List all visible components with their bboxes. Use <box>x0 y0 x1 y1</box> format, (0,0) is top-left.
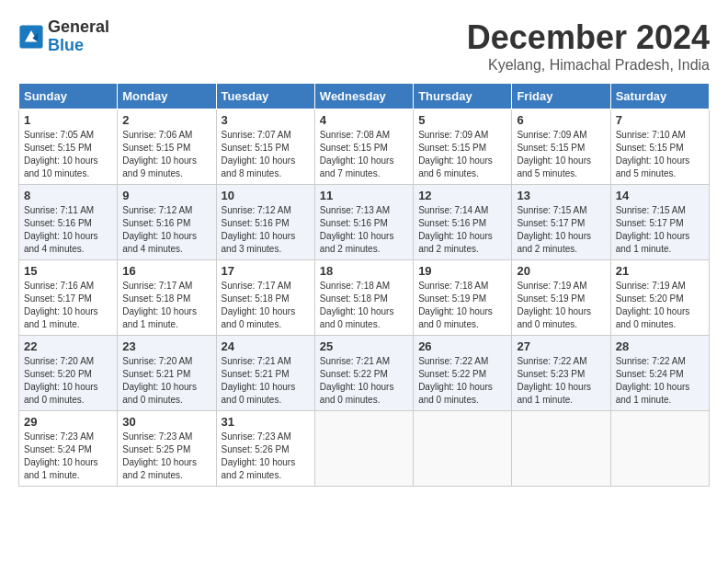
day-info: Sunrise: 7:17 AM Sunset: 5:18 PM Dayligh… <box>222 280 310 331</box>
day-cell: 17 Sunrise: 7:17 AM Sunset: 5:18 PM Dayl… <box>216 260 314 336</box>
day-cell: 5 Sunrise: 7:09 AM Sunset: 5:15 PM Dayli… <box>414 109 512 185</box>
day-number: 10 <box>222 189 310 202</box>
day-number: 28 <box>616 339 704 353</box>
day-cell: 12 Sunrise: 7:14 AM Sunset: 5:16 PM Dayl… <box>414 185 512 260</box>
day-cell: 8 Sunrise: 7:11 AM Sunset: 5:16 PM Dayli… <box>19 185 118 260</box>
calendar-table: Sunday Monday Tuesday Wednesday Thursday… <box>18 83 710 487</box>
day-cell: 22 Sunrise: 7:20 AM Sunset: 5:20 PM Dayl… <box>19 336 118 411</box>
day-cell: 23 Sunrise: 7:20 AM Sunset: 5:21 PM Dayl… <box>118 336 216 411</box>
day-cell: 26 Sunrise: 7:22 AM Sunset: 5:22 PM Dayl… <box>414 336 512 411</box>
week-row-1: 1 Sunrise: 7:05 AM Sunset: 5:15 PM Dayli… <box>19 109 710 185</box>
day-info: Sunrise: 7:08 AM Sunset: 5:15 PM Dayligh… <box>320 129 408 180</box>
day-number: 23 <box>122 339 210 353</box>
day-cell: 27 Sunrise: 7:22 AM Sunset: 5:23 PM Dayl… <box>512 336 610 411</box>
week-row-2: 8 Sunrise: 7:11 AM Sunset: 5:16 PM Dayli… <box>19 185 710 260</box>
day-number: 22 <box>24 339 112 353</box>
day-number: 7 <box>616 113 704 127</box>
day-number: 6 <box>517 113 605 127</box>
day-info: Sunrise: 7:19 AM Sunset: 5:19 PM Dayligh… <box>517 280 605 331</box>
day-info: Sunrise: 7:06 AM Sunset: 5:15 PM Dayligh… <box>122 129 210 180</box>
day-number: 27 <box>517 339 605 353</box>
day-info: Sunrise: 7:22 AM Sunset: 5:23 PM Dayligh… <box>517 355 605 407</box>
day-cell: 2 Sunrise: 7:06 AM Sunset: 5:15 PM Dayli… <box>118 109 216 185</box>
day-info: Sunrise: 7:23 AM Sunset: 5:24 PM Dayligh… <box>24 431 112 482</box>
day-number: 3 <box>222 113 310 127</box>
day-cell: 4 Sunrise: 7:08 AM Sunset: 5:15 PM Dayli… <box>314 109 413 185</box>
header-sunday: Sunday <box>19 84 118 109</box>
day-info: Sunrise: 7:20 AM Sunset: 5:21 PM Dayligh… <box>122 355 210 407</box>
day-info: Sunrise: 7:12 AM Sunset: 5:16 PM Dayligh… <box>122 204 210 256</box>
day-cell: 30 Sunrise: 7:23 AM Sunset: 5:25 PM Dayl… <box>118 411 216 487</box>
day-number: 19 <box>418 264 506 278</box>
day-number: 21 <box>616 264 704 278</box>
header: General Blue December 2024 Kyelang, Hima… <box>18 18 710 74</box>
day-info: Sunrise: 7:19 AM Sunset: 5:20 PM Dayligh… <box>616 280 704 331</box>
day-info: Sunrise: 7:20 AM Sunset: 5:20 PM Dayligh… <box>24 355 112 407</box>
day-info: Sunrise: 7:23 AM Sunset: 5:26 PM Dayligh… <box>222 431 310 482</box>
logo-icon <box>18 24 44 50</box>
day-number: 25 <box>320 339 408 353</box>
day-cell: 14 Sunrise: 7:15 AM Sunset: 5:17 PM Dayl… <box>610 185 709 260</box>
day-cell <box>314 411 413 487</box>
day-cell: 31 Sunrise: 7:23 AM Sunset: 5:26 PM Dayl… <box>216 411 314 487</box>
header-wednesday: Wednesday <box>314 84 413 109</box>
day-info: Sunrise: 7:05 AM Sunset: 5:15 PM Dayligh… <box>24 129 112 180</box>
day-number: 20 <box>517 264 605 278</box>
day-number: 2 <box>122 113 210 127</box>
day-info: Sunrise: 7:07 AM Sunset: 5:15 PM Dayligh… <box>222 129 310 180</box>
day-cell: 16 Sunrise: 7:17 AM Sunset: 5:18 PM Dayl… <box>118 260 216 336</box>
title-area: December 2024 Kyelang, Himachal Pradesh,… <box>467 18 710 74</box>
day-cell: 10 Sunrise: 7:12 AM Sunset: 5:16 PM Dayl… <box>216 185 314 260</box>
day-number: 18 <box>320 264 408 278</box>
day-number: 1 <box>24 113 112 127</box>
day-number: 17 <box>222 264 310 278</box>
day-number: 9 <box>122 189 210 202</box>
day-cell: 13 Sunrise: 7:15 AM Sunset: 5:17 PM Dayl… <box>512 185 610 260</box>
day-info: Sunrise: 7:10 AM Sunset: 5:15 PM Dayligh… <box>616 129 704 180</box>
day-number: 30 <box>122 415 210 429</box>
day-cell: 1 Sunrise: 7:05 AM Sunset: 5:15 PM Dayli… <box>19 109 118 185</box>
day-info: Sunrise: 7:22 AM Sunset: 5:24 PM Dayligh… <box>616 355 704 407</box>
week-row-5: 29 Sunrise: 7:23 AM Sunset: 5:24 PM Dayl… <box>19 411 710 487</box>
day-cell: 21 Sunrise: 7:19 AM Sunset: 5:20 PM Dayl… <box>610 260 709 336</box>
week-row-3: 15 Sunrise: 7:16 AM Sunset: 5:17 PM Dayl… <box>19 260 710 336</box>
day-number: 11 <box>320 189 408 202</box>
week-row-4: 22 Sunrise: 7:20 AM Sunset: 5:20 PM Dayl… <box>19 336 710 411</box>
day-cell: 11 Sunrise: 7:13 AM Sunset: 5:16 PM Dayl… <box>314 185 413 260</box>
day-cell <box>610 411 709 487</box>
day-info: Sunrise: 7:15 AM Sunset: 5:17 PM Dayligh… <box>517 204 605 256</box>
day-info: Sunrise: 7:21 AM Sunset: 5:22 PM Dayligh… <box>320 355 408 407</box>
day-cell: 15 Sunrise: 7:16 AM Sunset: 5:17 PM Dayl… <box>19 260 118 336</box>
day-info: Sunrise: 7:09 AM Sunset: 5:15 PM Dayligh… <box>517 129 605 180</box>
day-number: 13 <box>517 189 605 202</box>
logo: General Blue <box>18 18 109 55</box>
day-info: Sunrise: 7:14 AM Sunset: 5:16 PM Dayligh… <box>418 204 506 256</box>
day-cell: 6 Sunrise: 7:09 AM Sunset: 5:15 PM Dayli… <box>512 109 610 185</box>
day-info: Sunrise: 7:16 AM Sunset: 5:17 PM Dayligh… <box>24 280 112 331</box>
day-info: Sunrise: 7:09 AM Sunset: 5:15 PM Dayligh… <box>418 129 506 180</box>
day-cell: 19 Sunrise: 7:18 AM Sunset: 5:19 PM Dayl… <box>414 260 512 336</box>
day-cell <box>512 411 610 487</box>
day-info: Sunrise: 7:21 AM Sunset: 5:21 PM Dayligh… <box>222 355 310 407</box>
day-cell: 20 Sunrise: 7:19 AM Sunset: 5:19 PM Dayl… <box>512 260 610 336</box>
day-info: Sunrise: 7:18 AM Sunset: 5:19 PM Dayligh… <box>418 280 506 331</box>
day-info: Sunrise: 7:23 AM Sunset: 5:25 PM Dayligh… <box>122 431 210 482</box>
header-friday: Friday <box>512 84 610 109</box>
day-cell: 29 Sunrise: 7:23 AM Sunset: 5:24 PM Dayl… <box>19 411 118 487</box>
day-cell: 24 Sunrise: 7:21 AM Sunset: 5:21 PM Dayl… <box>216 336 314 411</box>
day-info: Sunrise: 7:18 AM Sunset: 5:18 PM Dayligh… <box>320 280 408 331</box>
day-cell: 25 Sunrise: 7:21 AM Sunset: 5:22 PM Dayl… <box>314 336 413 411</box>
day-cell: 7 Sunrise: 7:10 AM Sunset: 5:15 PM Dayli… <box>610 109 709 185</box>
day-info: Sunrise: 7:17 AM Sunset: 5:18 PM Dayligh… <box>122 280 210 331</box>
day-cell: 28 Sunrise: 7:22 AM Sunset: 5:24 PM Dayl… <box>610 336 709 411</box>
header-monday: Monday <box>118 84 216 109</box>
day-number: 8 <box>24 189 112 202</box>
day-number: 31 <box>222 415 310 429</box>
day-number: 15 <box>24 264 112 278</box>
day-number: 14 <box>616 189 704 202</box>
day-info: Sunrise: 7:13 AM Sunset: 5:16 PM Dayligh… <box>320 204 408 256</box>
day-number: 24 <box>222 339 310 353</box>
header-tuesday: Tuesday <box>216 84 314 109</box>
day-number: 4 <box>320 113 408 127</box>
day-info: Sunrise: 7:12 AM Sunset: 5:16 PM Dayligh… <box>222 204 310 256</box>
